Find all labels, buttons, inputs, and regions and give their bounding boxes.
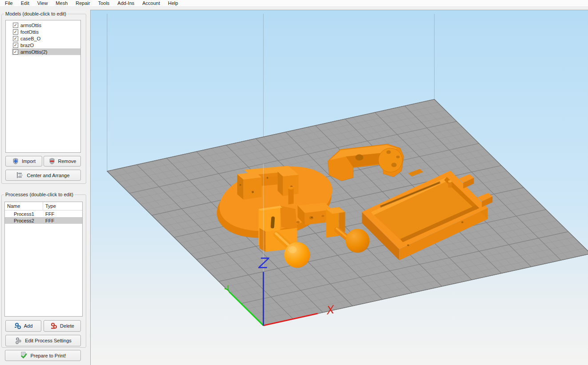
remove-icon <box>48 158 56 165</box>
model-checkbox[interactable]: ✓ <box>13 43 18 48</box>
models-panel-title: Models (double-click to edit) <box>4 11 68 16</box>
viewport-3d[interactable]: Y X Z <box>90 10 588 365</box>
menu-view[interactable]: View <box>33 0 52 7</box>
process-type: FFF <box>43 211 54 217</box>
column-header-name: Name <box>5 202 43 210</box>
edit-process-settings-button[interactable]: Edit Process Settings <box>5 335 81 346</box>
import-button[interactable]: Import <box>5 156 42 167</box>
remove-button[interactable]: Remove <box>44 156 81 167</box>
remove-button-label: Remove <box>58 159 76 164</box>
model-list-item-caseb-o[interactable]: ✓ caseB_O <box>12 35 80 42</box>
add-icon <box>14 322 21 329</box>
model-label: armsOttis <box>18 23 41 28</box>
delete-button-label: Delete <box>60 323 74 329</box>
import-button-label: Import <box>22 159 36 164</box>
model-list-item-brazo[interactable]: ✓ brazO <box>12 42 80 48</box>
center-arrange-icon <box>16 172 24 179</box>
model-checkbox[interactable]: ✓ <box>13 36 18 41</box>
model-list-item-footottis[interactable]: ✓ footOttis <box>12 28 80 35</box>
process-name: Process1 <box>5 211 43 217</box>
model-checkbox[interactable]: ✓ <box>13 49 18 55</box>
add-button-label: Add <box>24 323 33 329</box>
edit-process-settings-label: Edit Process Settings <box>25 338 72 343</box>
center-and-arrange-button[interactable]: Center and Arrange <box>5 170 81 181</box>
processes-panel-title: Processes (double-click to edit) <box>4 192 75 197</box>
model-checkbox[interactable]: ✓ <box>13 29 18 35</box>
delete-process-button[interactable]: Delete <box>44 320 81 332</box>
import-icon <box>12 158 19 165</box>
column-header-type: Type <box>43 203 56 209</box>
model-list[interactable]: ✓ armsOttis ✓ footOttis ✓ caseB_O ✓ braz… <box>5 20 81 153</box>
menu-help[interactable]: Help <box>164 0 182 7</box>
process-type: FFF <box>43 218 54 223</box>
prepare-to-print-button[interactable]: Prepare to Print! <box>5 350 81 361</box>
menu-edit[interactable]: Edit <box>17 0 33 7</box>
model-checkbox[interactable]: ✓ <box>13 23 18 28</box>
left-sidebar: Models (double-click to edit) ✓ armsOtti… <box>0 7 90 365</box>
process-table[interactable]: Name Type Process1 FFF Process2 FFF <box>4 202 83 317</box>
process-row-1[interactable]: Process1 FFF <box>5 210 82 217</box>
models-panel: Models (double-click to edit) ✓ armsOtti… <box>1 14 86 184</box>
menu-file[interactable]: File <box>1 0 17 7</box>
processes-panel: Processes (double-click to edit) Name Ty… <box>1 194 86 348</box>
gears-icon <box>15 337 22 345</box>
model-list-item-armsottis[interactable]: ✓ armsOttis <box>12 22 80 28</box>
menu-repair[interactable]: Repair <box>72 0 94 7</box>
prepare-to-print-label: Prepare to Print! <box>30 353 66 358</box>
menu-bar: File Edit View Mesh Repair Tools Add-Ins… <box>0 0 588 7</box>
process-row-2[interactable]: Process2 FFF <box>5 217 82 224</box>
process-table-header: Name Type <box>5 202 82 210</box>
model-label: brazO <box>18 43 34 48</box>
prepare-print-icon <box>20 352 28 359</box>
process-name: Process2 <box>5 218 43 223</box>
model-label: footOttis <box>18 29 39 35</box>
center-arrange-label: Center and Arrange <box>27 173 69 178</box>
menu-tools[interactable]: Tools <box>94 0 114 7</box>
menu-mesh[interactable]: Mesh <box>52 0 72 7</box>
delete-icon <box>50 322 57 329</box>
model-label: caseB_O <box>18 36 40 41</box>
menu-account[interactable]: Account <box>138 0 164 7</box>
add-process-button[interactable]: Add <box>5 320 41 332</box>
model-list-item-armsottis2[interactable]: ✓ armsOttis(2) <box>12 48 80 55</box>
menu-addins[interactable]: Add-Ins <box>113 0 138 7</box>
model-label: armsOttis(2) <box>18 49 48 55</box>
